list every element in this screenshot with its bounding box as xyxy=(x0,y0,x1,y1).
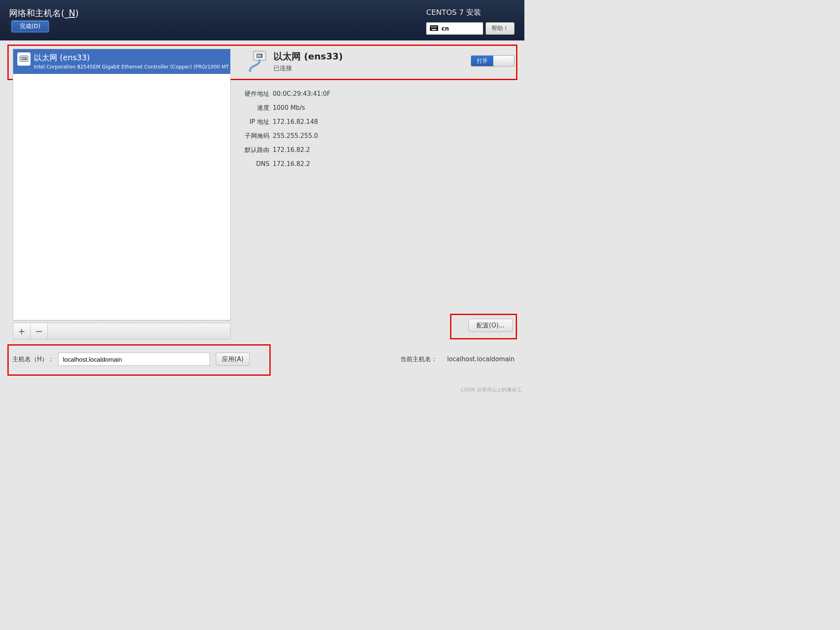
plus-icon: + xyxy=(18,326,25,336)
page-title-mnemonic: N xyxy=(69,8,76,18)
svg-rect-10 xyxy=(433,27,434,28)
current-hostname-label: 当前主机名： xyxy=(400,355,437,363)
svg-rect-22 xyxy=(257,54,258,57)
prop-value: 00:0C:29:43:41:0F xyxy=(273,90,330,97)
apply-hostname-button[interactable]: 应用(A) xyxy=(216,353,250,366)
prop-label: DNS xyxy=(239,160,269,168)
prop-row: DNS172.16.82.2 xyxy=(239,157,330,171)
svg-rect-9 xyxy=(432,27,433,28)
prop-value: 172.16.82.148 xyxy=(273,118,318,126)
prop-label: 子网掩码 xyxy=(239,132,269,140)
prop-value: 255.255.255.0 xyxy=(273,132,318,140)
remove-device-button[interactable]: − xyxy=(31,323,48,339)
keyboard-layout-label: cn xyxy=(441,25,449,32)
device-list[interactable]: 以太网 (ens33) Intel Corporation 82545EM Gi… xyxy=(13,49,231,320)
svg-rect-7 xyxy=(437,26,438,27)
installer-subtitle: CENTOS 7 安装 xyxy=(426,7,514,17)
device-subtitle: Intel Corporation 82545EM Gigabit Ethern… xyxy=(34,64,229,70)
keyboard-layout-indicator[interactable]: cn xyxy=(426,22,483,35)
svg-rect-14 xyxy=(432,29,437,30)
current-hostname-value: localhost.localdomain xyxy=(447,355,514,363)
detail-status: 已连接 xyxy=(274,64,343,72)
page-title-suffix: ) xyxy=(75,8,78,18)
network-hostname-body: 以太网 (ens33) Intel Corporation 82545EM Gi… xyxy=(0,40,524,393)
device-detail: 以太网 (ens33) 已连接 打开 xyxy=(239,50,514,83)
detail-properties: 硬件地址00:0C:29:43:41:0F 速度1000 Mb/s IP 地址1… xyxy=(239,87,330,171)
prop-row: IP 地址172.16.82.148 xyxy=(239,115,330,129)
prop-row: 子网掩码255.255.255.0 xyxy=(239,129,330,143)
page-title: 网络和主机名(_N) xyxy=(9,7,79,19)
prop-label: 默认路由 xyxy=(239,146,269,154)
configure-button-label: 配置(O)... xyxy=(477,322,505,329)
prop-label: 硬件地址 xyxy=(239,90,269,98)
device-list-toolbar: + − xyxy=(13,323,231,339)
prop-label: 速度 xyxy=(239,104,269,112)
watermark: CSDN @浪浪山上的搬砖工 xyxy=(460,386,522,393)
prop-row: 速度1000 Mb/s xyxy=(239,101,330,115)
toggle-on-label: 打开 xyxy=(477,57,488,65)
svg-rect-8 xyxy=(431,27,432,28)
prop-value: 172.16.82.2 xyxy=(273,146,310,154)
svg-rect-18 xyxy=(23,58,24,59)
toggle-knob xyxy=(493,56,514,66)
svg-rect-24 xyxy=(260,54,261,57)
done-button-label: 完成(D) xyxy=(20,23,40,30)
prop-row: 硬件地址00:0C:29:43:41:0F xyxy=(239,87,330,101)
hostname-row: 主机名（H）： 应用(A) 当前主机名： localhost.localdoma… xyxy=(12,353,514,366)
apply-button-label: 应用(A) xyxy=(222,355,243,363)
configure-button[interactable]: 配置(O)... xyxy=(468,319,513,332)
help-button-label: 帮助！ xyxy=(491,25,509,32)
installer-header: 网络和主机名(_N) 完成(D) CENTOS 7 安装 cn 帮助！ xyxy=(0,0,524,40)
svg-rect-23 xyxy=(259,54,260,57)
keyboard-icon xyxy=(430,25,438,32)
svg-rect-4 xyxy=(434,26,434,27)
svg-rect-13 xyxy=(436,27,437,28)
svg-rect-19 xyxy=(24,58,25,59)
svg-rect-2 xyxy=(432,26,432,27)
svg-rect-11 xyxy=(434,27,435,28)
svg-rect-3 xyxy=(433,26,434,27)
hostname-label: 主机名（H）： xyxy=(12,355,54,363)
connection-toggle[interactable]: 打开 xyxy=(471,55,514,66)
add-device-button[interactable]: + xyxy=(13,323,31,339)
svg-rect-17 xyxy=(22,58,23,59)
prop-label: IP 地址 xyxy=(239,118,269,126)
ethernet-icon xyxy=(247,50,269,73)
svg-rect-12 xyxy=(435,27,436,28)
done-button[interactable]: 完成(D) xyxy=(12,21,49,32)
device-list-item[interactable]: 以太网 (ens33) Intel Corporation 82545EM Gi… xyxy=(13,49,230,74)
header-right: CENTOS 7 安装 cn 帮助！ xyxy=(426,7,514,35)
svg-rect-5 xyxy=(435,26,436,27)
help-button[interactable]: 帮助！ xyxy=(486,22,514,35)
svg-rect-1 xyxy=(431,26,432,27)
prop-row: 默认路由172.16.82.2 xyxy=(239,143,330,157)
prop-value: 1000 Mb/s xyxy=(273,104,305,111)
svg-rect-6 xyxy=(436,26,437,27)
ethernet-icon xyxy=(17,52,31,66)
detail-title: 以太网 (ens33) xyxy=(274,50,343,63)
page-title-text: 网络和主机名(_ xyxy=(9,8,69,18)
prop-value: 172.16.82.2 xyxy=(273,160,310,168)
minus-icon: − xyxy=(35,326,42,336)
hostname-input[interactable] xyxy=(58,353,210,366)
device-name: 以太网 (ens33) xyxy=(34,52,229,63)
